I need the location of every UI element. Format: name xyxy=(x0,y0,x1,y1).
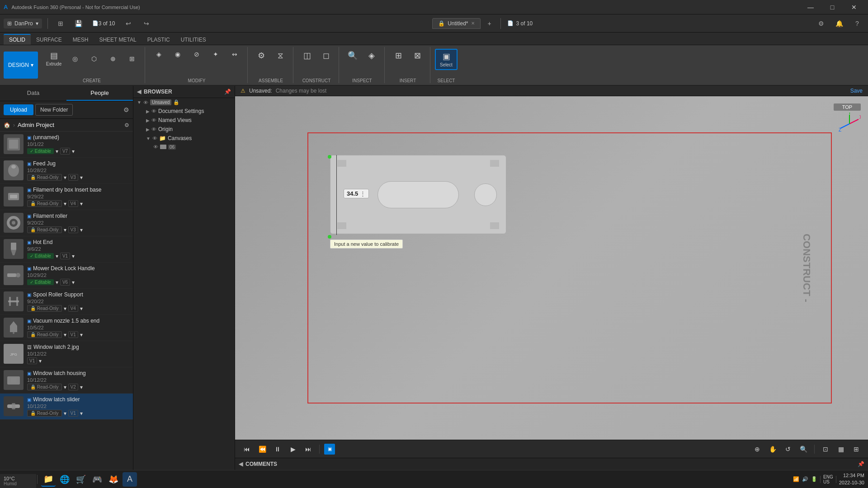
browser-collapse-btn[interactable]: ◀ xyxy=(137,89,141,95)
battery-icon[interactable]: 🔋 xyxy=(811,476,817,482)
upload-button[interactable]: Upload xyxy=(4,104,33,115)
save-link[interactable]: Save xyxy=(850,88,863,94)
tab-utilities[interactable]: UTILITIES xyxy=(175,35,212,45)
shell-btn[interactable]: ⊘ xyxy=(188,49,206,60)
dimension-menu-icon[interactable]: ⋮ xyxy=(360,190,366,197)
tab-close-icon[interactable]: ✕ xyxy=(471,21,475,26)
tab-sheet-metal[interactable]: SHEET METAL xyxy=(94,35,142,45)
minimize-button[interactable]: — xyxy=(800,0,821,14)
list-item[interactable]: ▣ Spool Roller Support 9/20/22 🔒 Read-On… xyxy=(0,289,133,315)
comments-pin-btn[interactable]: 📌 xyxy=(858,461,864,467)
nav-cube[interactable]: TOP X Y Z xyxy=(834,103,861,135)
pan-btn[interactable]: ✋ xyxy=(766,443,779,455)
eye-icon[interactable]: 👁 xyxy=(151,127,156,132)
fit-btn[interactable]: 🔍 xyxy=(797,443,810,455)
close-button[interactable]: ✕ xyxy=(844,0,864,14)
eye-icon[interactable]: 👁 xyxy=(151,108,156,114)
skip-back-btn[interactable]: ⏮ xyxy=(241,443,253,455)
eye-icon[interactable]: 👁 xyxy=(151,117,156,123)
new-body-btn[interactable]: ⊞ xyxy=(123,53,141,64)
tab-solid[interactable]: SOLID xyxy=(4,34,31,45)
list-item[interactable]: ▣ Filament roller 9/20/22 🔒 Read-Only ▾ … xyxy=(0,210,133,236)
orbit-btn[interactable]: ⊕ xyxy=(751,443,764,455)
extrude-btn[interactable]: ▤ Extrude xyxy=(42,49,65,68)
account-info[interactable]: ⊞ DanPro ▾ xyxy=(4,19,42,28)
apps-icon[interactable]: ⊞ xyxy=(53,16,68,31)
panel-settings-icon[interactable]: ⚙ xyxy=(123,106,129,113)
taskbar-app-fusion[interactable]: A xyxy=(123,472,137,487)
chamfer-btn[interactable]: ◉ xyxy=(169,49,187,60)
list-item[interactable]: ▣ Vacuum nozzle 1.5 abs end 10/5/22 🔒 Re… xyxy=(0,315,133,341)
version-dropdown[interactable]: ▾ xyxy=(56,148,58,155)
list-item[interactable]: ▣ Filament dry box Insert base 9/29/22 🔒… xyxy=(0,184,133,210)
add-tab-btn[interactable]: + xyxy=(482,16,497,31)
combine-btn[interactable]: ↭ xyxy=(226,49,244,60)
zoom-btn[interactable]: ↺ xyxy=(782,443,794,455)
rigid-group-btn[interactable]: ⧖ xyxy=(271,49,289,62)
select-btn[interactable]: ▣ Select xyxy=(435,49,458,70)
list-item[interactable]: ▣ Window latch slider 10/12/22 🔒 Read-On… xyxy=(0,394,133,420)
version-arrow2[interactable]: ▾ xyxy=(39,358,42,364)
browser-item-canvases[interactable]: ▼ 👁 📁 Canvases xyxy=(133,134,235,143)
taskbar-app-edge[interactable]: 🌐 xyxy=(57,472,72,487)
list-item[interactable]: ▣ Feed Jug 10/28/22 🔒 Read-Only ▾ V3 ▾ xyxy=(0,158,133,184)
loft-btn[interactable]: ⬡ xyxy=(85,53,103,64)
home-icon[interactable]: 🏠 xyxy=(4,122,10,128)
version-arrow[interactable]: ▾ xyxy=(72,148,75,155)
display-btn[interactable]: ⊞ xyxy=(850,443,863,455)
settings-icon[interactable]: ⚙ xyxy=(814,16,828,31)
version-arrow2[interactable]: ▾ xyxy=(80,332,83,338)
version-arrow2[interactable]: ▾ xyxy=(80,201,83,207)
taskbar-app-store[interactable]: 🛒 xyxy=(74,472,88,487)
file-tab-untitled[interactable]: 🔒 Untitled* ✕ xyxy=(432,18,480,29)
sweep-btn[interactable]: ⊕ xyxy=(104,53,122,64)
version-arrow[interactable]: ▾ xyxy=(64,410,66,417)
taskbar-app-files[interactable]: 📁 xyxy=(41,472,56,487)
eye-icon[interactable]: 👁 xyxy=(153,144,158,150)
version-arrow[interactable]: ▾ xyxy=(64,201,66,207)
version-arrow[interactable]: ▾ xyxy=(64,384,66,390)
maximize-button[interactable]: □ xyxy=(822,0,843,14)
list-item[interactable]: JPG 🖼 Window latch 2.jpg 10/12/22 V1 ▾ xyxy=(0,341,133,367)
help-icon[interactable]: ? xyxy=(850,16,864,31)
fillet-btn[interactable]: ◈ xyxy=(150,49,168,60)
browser-pin-btn[interactable]: 📌 xyxy=(224,89,231,95)
taskbar-app-firefox[interactable]: 🦊 xyxy=(106,472,121,487)
list-item[interactable]: ▣ Hot End 9/6/22 ✓ Editable ▾ V1 ▾ xyxy=(0,236,133,263)
browser-item-origin[interactable]: ▶ 👁 Origin xyxy=(133,125,235,134)
browser-item-canvas-06[interactable]: 👁 06 xyxy=(133,143,235,151)
list-item[interactable]: ▣ (unnamed) 10/1/22 ✓ Editable ▾ V7 ▾ xyxy=(0,131,133,158)
timeline-indicator[interactable]: ▣ xyxy=(324,444,335,455)
grid-btn[interactable]: ▦ xyxy=(835,443,847,455)
design-button[interactable]: DESIGN ▾ xyxy=(4,52,38,79)
version-arrow2[interactable]: ▾ xyxy=(80,384,83,390)
dimension-input-box[interactable]: 34.5 ⋮ xyxy=(344,189,369,198)
version-arrow2[interactable]: ▾ xyxy=(80,227,83,233)
step-back-btn[interactable]: ⏪ xyxy=(256,443,269,455)
project-settings-icon[interactable]: ⚙ xyxy=(124,122,129,128)
eye-icon[interactable]: 👁 xyxy=(143,100,148,105)
tab-plastic[interactable]: PLASTIC xyxy=(142,35,175,45)
nav-cube-top[interactable]: TOP xyxy=(834,103,861,111)
version-arrow[interactable]: ▾ xyxy=(64,332,66,338)
network-icon[interactable]: 📶 xyxy=(793,476,799,482)
save-icon[interactable]: 💾 xyxy=(71,16,86,31)
revolve-btn[interactable]: ◎ xyxy=(66,53,84,64)
new-folder-button[interactable]: New Folder xyxy=(35,104,73,116)
taskbar-app-game[interactable]: 🎮 xyxy=(90,472,104,487)
list-item[interactable]: ▣ Mower Deck Lock Handle 10/29/22 ✓ Edit… xyxy=(0,263,133,289)
tab-data[interactable]: Data xyxy=(0,86,66,101)
list-item[interactable]: ▣ Window latch housing 10/12/22 🔒 Read-O… xyxy=(0,367,133,394)
axis-btn[interactable]: ◻ xyxy=(317,49,335,62)
viewport[interactable]: CONSTRUCT - xyxy=(235,96,868,440)
joint-btn[interactable]: ⚙ xyxy=(252,49,270,62)
view-mode-btn[interactable]: ⊡ xyxy=(819,443,832,455)
version-arrow[interactable]: ▾ xyxy=(64,227,66,233)
play-btn[interactable]: ▶ xyxy=(287,443,299,455)
tab-people[interactable]: People xyxy=(66,86,133,101)
interference-btn[interactable]: ◈ xyxy=(363,49,381,62)
version-arrow[interactable]: ▾ xyxy=(56,253,58,259)
notification-icon[interactable]: 🔔 xyxy=(832,16,846,31)
scale-btn[interactable]: ✦ xyxy=(207,49,225,60)
browser-item-unsaved[interactable]: ▼ 👁 Unsaved 🔒 xyxy=(133,98,235,107)
